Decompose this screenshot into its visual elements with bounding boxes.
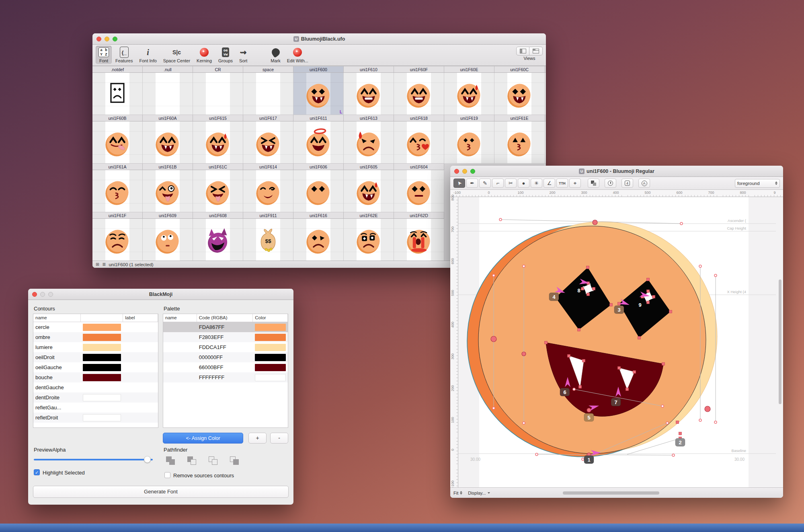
shape-tool-button[interactable]: ●	[518, 179, 529, 188]
glyph-cell-uni1F619[interactable]	[444, 121, 494, 163]
vertical-scrollbar[interactable]	[779, 279, 781, 404]
toolbar-item-space-center[interactable]: S|cSpace Center	[160, 46, 193, 64]
glyph-header-space[interactable]: space	[243, 66, 293, 73]
glyph-header-uni1F60F[interactable]: uni1F60F	[394, 66, 444, 73]
glyph-header-uni1F608[interactable]: uni1F608	[193, 212, 243, 219]
glyph-cell-uni1F605[interactable]	[344, 170, 394, 212]
list-view-icon[interactable]: ≣	[102, 262, 106, 267]
glyph-cell-uni1F911[interactable]: $$	[243, 219, 293, 261]
glyph-cell-uni1F60E[interactable]	[444, 73, 494, 115]
glyph-cell-uni1F617[interactable]	[243, 121, 293, 163]
palette-row-66000BFF[interactable]: 66000BFF	[163, 362, 288, 372]
palette-row-FFFFFFFF[interactable]: FFFFFFFF	[163, 372, 288, 382]
glyph-header-uni1F610[interactable]: uni1F610	[344, 66, 394, 73]
assign-color-button[interactable]: <- Assign Color	[163, 433, 243, 444]
glyph-header-uni1F61E[interactable]: uni1F61E	[494, 115, 545, 121]
glyph-cell-uni1F61A[interactable]	[92, 170, 143, 212]
blackmoji-titlebar[interactable]: BlackMoji	[28, 289, 293, 300]
glyph-header-uni1F618[interactable]: uni1F618	[394, 115, 444, 121]
contour-row-lumiere[interactable]: lumiere	[33, 342, 158, 352]
history-clock-button[interactable]	[605, 179, 616, 188]
glyph-header-uni1F911[interactable]: uni1F911	[243, 212, 293, 219]
glyph-cell-uni1F615[interactable]	[193, 121, 243, 163]
glyph-header-uni1F614[interactable]: uni1F614	[243, 163, 293, 170]
glyph-header-uni1F61B[interactable]: uni1F61B	[143, 163, 193, 170]
glyph-cell-uni1F609[interactable]	[143, 219, 193, 261]
glyph-header-uni1F60C[interactable]: uni1F60C	[494, 66, 545, 73]
toolbar-item-sort[interactable]: ⇝Sort	[236, 46, 250, 64]
glyph-header-uni1F61A[interactable]: uni1F61A	[92, 163, 143, 170]
preview-alpha-thumb[interactable]	[144, 456, 151, 463]
highlight-selected-checkbox[interactable]: ✓	[34, 469, 40, 475]
contour-row-bouche[interactable]: bouche	[33, 372, 158, 382]
glyph-cell-uni1F61C[interactable]	[193, 170, 243, 212]
tth-tool-button[interactable]: TTH	[556, 179, 568, 188]
glyph-header-uni1F615[interactable]: uni1F615	[193, 115, 243, 121]
generate-font-button[interactable]: Generate Font	[33, 486, 289, 498]
remove-color-button[interactable]: -	[270, 433, 288, 444]
glyph-cell-uni1F618[interactable]	[394, 121, 444, 163]
glyph-header-uni1F62D[interactable]: uni1F62D	[394, 212, 444, 219]
glyph-header-.null[interactable]: .null	[143, 66, 193, 73]
glyph-header-uni1F60B[interactable]: uni1F60B	[92, 115, 143, 121]
pathfinder-button[interactable]	[588, 179, 599, 188]
toolbar-item-font-info[interactable]: iFont Info	[136, 46, 159, 64]
glyph-canvas[interactable]: Ascender (Cap HeightX Height (4Baseline3…	[458, 197, 783, 487]
palette-row-000000FF[interactable]: 000000FF	[163, 352, 288, 362]
layer-dropdown[interactable]: foreground	[735, 179, 780, 188]
glyph-cell-.notdef[interactable]	[92, 73, 143, 115]
toolbar-item-groups[interactable]: oevwGroups	[215, 46, 236, 64]
pathfinder-union-icon[interactable]	[166, 456, 176, 465]
glyph-cell-uni1F61F[interactable]	[92, 219, 143, 261]
glyph-cell-uni1F60B[interactable]	[92, 121, 143, 163]
scissors-tool-button[interactable]: ✂	[505, 179, 517, 188]
remove-sources-checkbox[interactable]	[164, 472, 170, 478]
glyph-cell-space[interactable]	[243, 73, 293, 115]
grid-view-icon[interactable]: ⊞	[96, 262, 99, 267]
minimize-button[interactable]	[462, 169, 467, 174]
glyph-cell-uni1F60F[interactable]	[394, 73, 444, 115]
zoom-button[interactable]	[48, 292, 53, 297]
palette-row-FDDCA1FF[interactable]: FDDCA1FF	[163, 342, 288, 352]
toolbar-item-kerning[interactable]: Kerning	[194, 46, 215, 64]
contour-row-ombre[interactable]: ombre	[33, 332, 158, 342]
glyph-cell-uni1F610[interactable]	[344, 73, 394, 115]
close-button[interactable]	[96, 37, 101, 41]
glyph-header-uni1F617[interactable]: uni1F617	[243, 115, 293, 121]
glyph-cell-uni1F613[interactable]	[344, 121, 394, 163]
glyph-header-uni1F62E[interactable]: uni1F62E	[344, 212, 394, 219]
glyph-cell-uni1F611[interactable]	[293, 121, 344, 163]
glyph-header-uni1F604[interactable]: uni1F604	[394, 163, 444, 170]
selection-tool-button[interactable]: ➤	[453, 179, 465, 188]
contour-row-oeilDroit[interactable]: oeilDroit	[33, 352, 158, 362]
glyph-cell-uni1F606[interactable]	[293, 170, 344, 212]
toolbar-item-edit-with-[interactable]: Edit With...	[284, 46, 311, 64]
toolbar-item-features[interactable]: {_Features	[113, 46, 135, 64]
glyph-header-uni1F61C[interactable]: uni1F61C	[193, 163, 243, 170]
toolbar-item-mark[interactable]: Mark	[268, 46, 283, 64]
font-window-titlebar[interactable]: UBluumojiBlack.ufo	[92, 33, 546, 45]
glyph-cell-uni1F62E[interactable]	[344, 219, 394, 261]
palette-row-F2803EFF[interactable]: F2803EFF	[163, 332, 288, 342]
display-dropdown[interactable]: Display...	[468, 491, 490, 495]
pathfinder-intersect-icon[interactable]	[209, 456, 219, 465]
editor-titlebar[interactable]: Uuni1F600 - Bluumoji Regular	[450, 166, 783, 177]
glyph-cell-uni1F614[interactable]	[243, 170, 293, 212]
glyph-header-.notdef[interactable]: .notdef	[92, 66, 143, 73]
glyph-header-CR[interactable]: CR	[193, 66, 243, 73]
contour-row-refletGau[interactable]: refletGau...	[33, 403, 158, 413]
glyph-header-uni1F600[interactable]: uni1F600	[293, 66, 344, 73]
contour-row-dentGauche[interactable]: dentGauche	[33, 382, 158, 392]
minimize-button[interactable]	[105, 37, 109, 41]
horizontal-scrollbar[interactable]	[563, 491, 659, 495]
glyph-header-uni1F619[interactable]: uni1F619	[444, 115, 494, 121]
contour-row-dentDroite[interactable]: dentDroite	[33, 392, 158, 403]
glyph-cell-CR[interactable]	[193, 73, 243, 115]
pencil-tool-button[interactable]: ✎	[479, 179, 491, 188]
zoom-button[interactable]	[470, 169, 475, 174]
minimize-button[interactable]	[40, 292, 45, 297]
glyph-cell-uni1F61E[interactable]	[494, 121, 545, 163]
close-button[interactable]	[32, 292, 37, 297]
glyph-cell-uni1F604[interactable]	[394, 170, 444, 212]
contour-row-refletDroit[interactable]: refletDroit	[33, 413, 158, 423]
